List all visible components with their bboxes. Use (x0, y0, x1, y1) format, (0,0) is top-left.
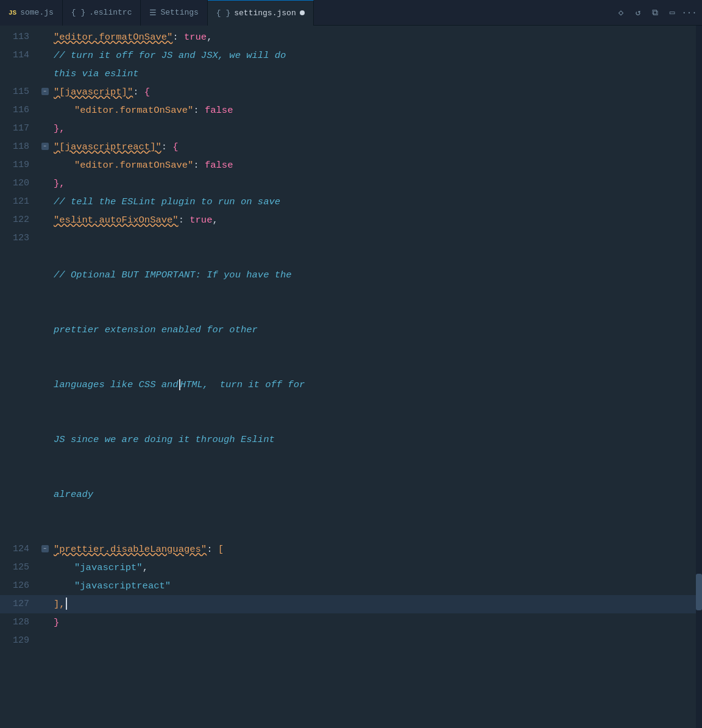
split-action[interactable]: ⧉ (648, 6, 662, 20)
diamond-action[interactable]: ◇ (614, 6, 628, 20)
line-fold-113 (41, 28, 50, 33)
line-content-118: "[javascriptreact]": { (50, 138, 702, 156)
line-115: 115 − "[javascript]": { (0, 83, 702, 101)
line-num-128: 128 (0, 613, 41, 632)
tab-some-js[interactable]: JS some.js (0, 0, 63, 26)
tab-eslintrc[interactable]: { } .eslintrc (63, 0, 141, 26)
line-num-129: 129 (0, 632, 41, 650)
line-fold-118[interactable]: − (41, 138, 50, 150)
line-content-121: // tell the ESLint plugin to run on save (50, 193, 702, 211)
line-num-115: 115 (0, 83, 41, 101)
line-num-126: 126 (0, 577, 41, 595)
key-formatonsave: "editor.formatOnSave" (54, 32, 172, 43)
line-fold-128 (41, 613, 50, 618)
line-content-117: }, (50, 120, 702, 138)
line-content-122: "eslint.autoFixOnSave": true, (50, 211, 702, 229)
line-123: 123 // Optional BUT IMPORTANT: If you ha… (0, 229, 702, 540)
line-128: 128 } (0, 613, 702, 632)
line-num-127: 127 (0, 595, 41, 613)
line-113: 113 "editor.formatOnSave": true, (0, 28, 702, 46)
more-action[interactable]: ··· (682, 6, 696, 20)
line-content-128: } (50, 613, 702, 632)
line-121: 121 // tell the ESLint plugin to run on … (0, 193, 702, 211)
modified-dot (300, 10, 305, 15)
val-true-113: true (184, 32, 207, 43)
line-content-119: "editor.formatOnSave": false (50, 156, 702, 174)
line-129: 129 (0, 632, 702, 650)
line-fold-122 (41, 211, 50, 216)
scrollbar-thumb[interactable] (696, 574, 702, 610)
line-content-126: "javascriptreact" (50, 577, 702, 595)
tab-settings-label: Settings (160, 8, 198, 17)
line-fold-117 (41, 120, 50, 124)
line-num-121: 121 (0, 193, 41, 211)
layout-action[interactable]: ▭ (665, 6, 679, 20)
line-num-117: 117 (0, 120, 41, 138)
line-num-116: 116 (0, 101, 41, 120)
tab-settings-json-label: settings.json (234, 9, 296, 18)
line-126: 126 "javascriptreact" (0, 577, 702, 595)
line-122: 122 "eslint.autoFixOnSave": true, (0, 211, 702, 229)
js-icon: JS (9, 9, 16, 16)
line-num-114: 114 (0, 46, 41, 65)
line-116: 116 "editor.formatOnSave": false (0, 101, 702, 120)
line-fold-125 (41, 558, 50, 563)
line-fold-121 (41, 193, 50, 198)
fold-icon-124[interactable]: − (41, 545, 49, 552)
line-fold-127 (41, 595, 50, 600)
refresh-action[interactable]: ↺ (631, 6, 645, 20)
line-content-120: }, (50, 174, 702, 193)
code-area[interactable]: 113 "editor.formatOnSave": true, 114 // … (0, 26, 702, 728)
line-118: 118 − "[javascriptreact]": { (0, 138, 702, 156)
line-125: 125 "javascript", (0, 558, 702, 577)
line-content-113: "editor.formatOnSave": true, (50, 28, 702, 46)
line-fold-120 (41, 174, 50, 179)
line-fold-124[interactable]: − (41, 540, 50, 552)
line-fold-115[interactable]: − (41, 83, 50, 95)
line-num-122: 122 (0, 211, 41, 229)
tab-bar: JS some.js { } .eslintrc ☰ Settings { } … (0, 0, 702, 26)
scrollbar[interactable] (696, 26, 702, 728)
line-num-123: 123 (0, 229, 41, 248)
line-127: 127 ], (0, 595, 702, 613)
line-114: 114 // turn it off for JS and JSX, we wi… (0, 46, 702, 83)
line-fold-119 (41, 156, 50, 161)
tab-settings-json[interactable]: { } settings.json (208, 0, 314, 26)
line-fold-116 (41, 101, 50, 106)
line-content-123: // Optional BUT IMPORTANT: If you have t… (50, 229, 702, 540)
line-num-124: 124 (0, 540, 41, 558)
line-content-125: "javascript", (50, 558, 702, 577)
fold-icon-118[interactable]: − (41, 143, 49, 150)
line-content-124: "prettier.disableLanguages": [ (50, 540, 702, 558)
line-num-125: 125 (0, 558, 41, 577)
line-fold-129 (41, 632, 50, 637)
line-content-116: "editor.formatOnSave": false (50, 101, 702, 120)
line-num-118: 118 (0, 138, 41, 156)
text-cursor (66, 598, 67, 610)
tab-some-js-label: some.js (20, 8, 54, 17)
line-fold-123 (41, 229, 50, 234)
settings-icon: ☰ (149, 8, 157, 18)
tab-eslintrc-label: .eslintrc (89, 8, 132, 17)
editor: 113 "editor.formatOnSave": true, 114 // … (0, 26, 702, 728)
line-fold-114 (41, 46, 50, 51)
line-117: 117 }, (0, 120, 702, 138)
line-124: 124 − "prettier.disableLanguages": [ (0, 540, 702, 558)
line-num-119: 119 (0, 156, 41, 174)
tab-bar-actions: ◇ ↺ ⧉ ▭ ··· (614, 6, 702, 20)
line-120: 120 }, (0, 174, 702, 193)
eslint-icon: { } (71, 8, 85, 17)
fold-icon-115[interactable]: − (41, 88, 49, 95)
tab-settings[interactable]: ☰ Settings (141, 0, 207, 26)
line-content-115: "[javascript]": { (50, 83, 702, 101)
json-icon: { } (216, 9, 230, 18)
line-num-113: 113 (0, 28, 41, 46)
line-content-114: // turn it off for JS and JSX, we will d… (50, 46, 702, 83)
line-num-120: 120 (0, 174, 41, 193)
line-content-127: ], (50, 595, 702, 613)
line-fold-126 (41, 577, 50, 582)
line-119: 119 "editor.formatOnSave": false (0, 156, 702, 174)
